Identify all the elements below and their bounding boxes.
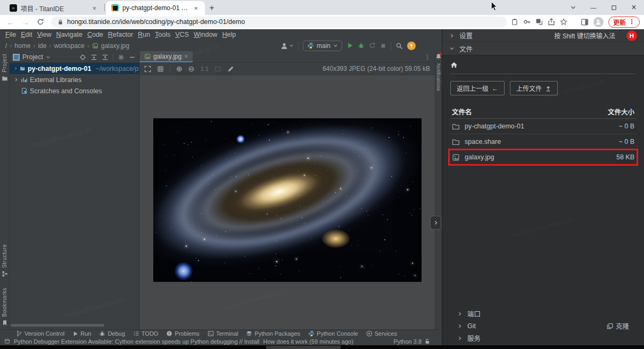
crumb-workspace[interactable]: workspace (54, 42, 84, 50)
menu-run[interactable]: Run (138, 31, 150, 38)
translate-icon[interactable] (535, 18, 543, 26)
browser-menu-kebab-icon[interactable]: ⋮ (629, 18, 635, 26)
side-panel-icon[interactable] (581, 18, 589, 26)
minimize-button[interactable]: — (583, 0, 604, 15)
toolwindow-terminal[interactable]: Terminal (208, 330, 238, 337)
tree-item-external-libraries[interactable]: External Libraries (10, 74, 139, 85)
services-section-header[interactable]: 服务 (450, 332, 636, 344)
maximize-button[interactable] (604, 0, 624, 15)
toolwindow-debug[interactable]: Debug (99, 330, 125, 337)
ports-section-header[interactable]: 端口 (450, 307, 636, 320)
stripe-project-tab[interactable]: Project (2, 54, 8, 82)
expand-all-icon[interactable] (90, 54, 97, 61)
file-row-folder-2[interactable]: space.share ~ 0 B (450, 134, 636, 150)
user-avatar[interactable]: H (626, 30, 637, 41)
settings-section-header[interactable]: 设置 按 Shift 键切换输入法 H (442, 29, 644, 42)
actual-size-button[interactable]: 1:1 (200, 66, 208, 72)
stop-button[interactable] (380, 43, 386, 49)
horizontal-scrollbar[interactable] (11, 324, 104, 327)
new-tab-button[interactable]: + (205, 1, 219, 15)
fit-zoom-icon[interactable] (214, 66, 221, 72)
home-icon[interactable] (450, 61, 636, 69)
status-message[interactable]: Python Debugger Extension Available: Cyt… (14, 338, 260, 345)
password-key-icon[interactable] (523, 18, 531, 26)
tree-item-scratches[interactable]: Scratches and Consoles (10, 85, 139, 96)
menu-tools[interactable]: Tools (155, 31, 170, 38)
toolwindow-version-control[interactable]: Version Control (16, 330, 64, 337)
search-everywhere-icon[interactable] (395, 42, 403, 50)
toolwindow-todo[interactable]: TODO (133, 330, 159, 337)
menu-refactor[interactable]: Refactor (108, 31, 133, 38)
editor-options-kebab-icon[interactable]: ⋮ (424, 53, 435, 61)
collapse-all-icon[interactable] (102, 54, 109, 61)
browser-tab-1[interactable]: ‹› 项目 - TitanIDE × (4, 1, 103, 15)
run-config-select[interactable]: main (303, 40, 342, 51)
toolwindow-services[interactable]: Services (366, 330, 397, 337)
user-widget[interactable] (280, 42, 294, 50)
stripe-bookmarks-tab[interactable]: Bookmarks (2, 288, 8, 326)
edit-externally-icon[interactable] (227, 66, 234, 72)
editor-tab-galaxy[interactable]: galaxy.jpg × (139, 51, 193, 62)
zoom-in-icon[interactable]: ⊕ (176, 64, 183, 73)
tab-close-icon[interactable]: × (192, 4, 200, 12)
notifications-bell-icon[interactable] (435, 53, 442, 60)
expand-panel-chevron[interactable] (430, 216, 441, 230)
menu-edit[interactable]: Edit (21, 31, 32, 38)
close-window-button[interactable]: × (624, 0, 644, 15)
git-section-header[interactable]: Git 克隆 (450, 320, 636, 332)
status-message-link[interactable]: How does it work (59 minutes ago) (263, 338, 353, 345)
menu-file[interactable]: File (5, 31, 16, 38)
show-grid-icon[interactable] (157, 66, 164, 72)
toolwindow-python-console[interactable]: Python Console (308, 330, 358, 337)
settings-gear-icon[interactable] (118, 54, 125, 61)
crumb-home[interactable]: home (14, 42, 30, 50)
fit-to-window-icon[interactable] (144, 66, 151, 72)
share-icon[interactable] (548, 18, 555, 26)
hide-panel-icon[interactable] (129, 54, 136, 61)
toolwindow-run[interactable]: Run (72, 330, 91, 337)
chrome-profile-avatar[interactable] (593, 17, 604, 27)
menu-help[interactable]: Help (222, 31, 236, 38)
reload-icon[interactable] (34, 15, 47, 28)
menu-navigate[interactable]: Navigate (56, 31, 82, 38)
python-interpreter-widget[interactable]: Python 3.8 (393, 338, 422, 345)
menu-window[interactable]: Window (194, 31, 217, 38)
menu-view[interactable]: View (37, 31, 52, 38)
tab-close-icon[interactable]: × (184, 53, 188, 60)
debug-button[interactable] (358, 42, 365, 49)
tab-search-icon[interactable] (563, 0, 583, 15)
chrome-update-button[interactable]: 更新 ⋮ (608, 17, 640, 28)
crumb-root[interactable]: / (5, 42, 7, 50)
file-row-folder-1[interactable]: py-chatgpt-demo-01 ~ 0 B (450, 119, 636, 134)
chevron-right-icon (457, 311, 463, 316)
browser-tab-2-active[interactable]: py-chatgpt-demo-01 - TitanID × (106, 1, 205, 15)
locate-file-icon[interactable] (79, 54, 86, 61)
menu-vcs[interactable]: VCS (175, 31, 189, 38)
toolwindow-python-packages[interactable]: Python Packages (246, 330, 300, 337)
toolwindow-problems[interactable]: Problems (166, 330, 199, 337)
crumb-file[interactable]: galaxy.jpg (101, 42, 129, 50)
file-row-galaxy-highlighted[interactable]: galaxy.jpg 58 KB (450, 150, 636, 165)
files-section-header[interactable]: 文件 (442, 42, 644, 55)
back-icon[interactable]: ← (4, 15, 17, 28)
url-field[interactable]: hongxi.titanide.cn/ide/web/coding/py-cha… (51, 17, 507, 28)
clipboard-icon[interactable] (511, 18, 518, 26)
bookmark-star-icon[interactable] (560, 18, 567, 26)
titanide-logo-icon[interactable] (420, 42, 428, 50)
run-button[interactable] (346, 42, 353, 49)
clone-button[interactable]: 克隆 (607, 321, 629, 331)
forward-icon[interactable]: ← (19, 15, 32, 28)
project-panel-title[interactable]: Project (22, 53, 43, 61)
zoom-out-icon[interactable]: ⊖ (188, 64, 195, 73)
tab-close-icon[interactable]: × (90, 4, 98, 12)
crumb-ide[interactable]: ide (38, 42, 46, 50)
tree-item-project-root[interactable]: py-chatgpt-demo-01 ~/workspace/py-cl (10, 63, 139, 74)
go-up-button[interactable]: 返回上一级 ← (450, 81, 505, 95)
upload-file-button[interactable]: 上传文件 (510, 81, 558, 95)
ide-update-icon[interactable] (407, 42, 416, 50)
notifications-label[interactable]: Notifications (436, 63, 442, 91)
file-table: 文件名 文件大小 py-chatgpt-demo-01 ~ 0 B space.… (450, 107, 636, 165)
stripe-structure-tab[interactable]: Structure (2, 244, 8, 277)
profiler-button[interactable] (369, 42, 376, 49)
menu-code[interactable]: Code (87, 31, 103, 38)
